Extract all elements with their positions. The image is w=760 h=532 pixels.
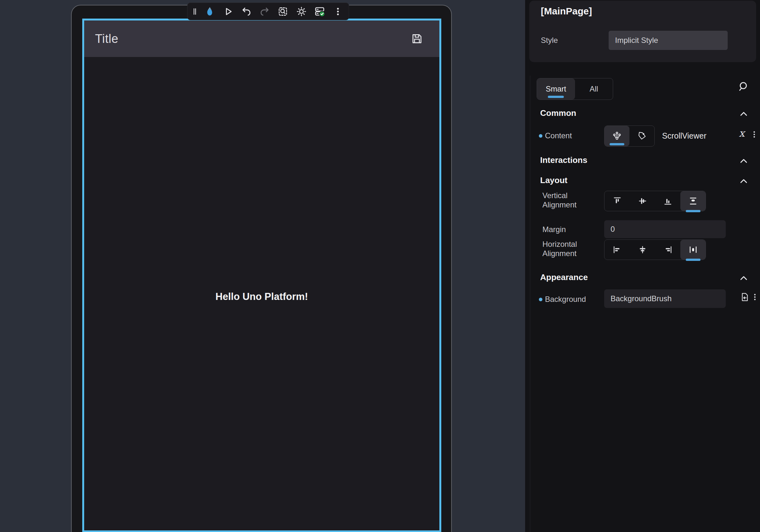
chevron-up-icon [739, 157, 748, 166]
margin-label: Margin [543, 225, 566, 234]
background-value: BackgroundBrush [611, 294, 672, 303]
vertical-alignment-toggle [604, 191, 706, 211]
device-frame: Title Hello Uno Platform! [71, 5, 452, 532]
background-input[interactable]: BackgroundBrush [604, 289, 726, 308]
properties-panel: [MainPage] Style Implicit Style Smart Al… [525, 0, 760, 532]
section-interactions-title: Interactions [540, 155, 587, 165]
selected-element-name: [MainPage] [541, 6, 592, 17]
horizontal-alignment-label: Horizontal Alignment [543, 239, 591, 258]
element-picker-icon[interactable] [276, 5, 289, 18]
play-icon[interactable] [222, 5, 235, 18]
halign-selected-indicator [686, 259, 700, 261]
content-mode-widget-tree[interactable] [604, 126, 630, 146]
halign-stretch-button[interactable] [680, 240, 706, 260]
valign-bottom-button[interactable] [655, 191, 680, 211]
valign-top-button[interactable] [604, 191, 630, 211]
tab-smart-label: Smart [546, 84, 566, 93]
drag-handle-icon[interactable] [192, 5, 198, 18]
xaml-expression-icon[interactable]: x [739, 128, 745, 138]
search-properties-button[interactable] [736, 80, 750, 93]
style-value: Implicit Style [615, 36, 658, 45]
content-mode-toggle [604, 125, 655, 147]
tab-smart[interactable]: Smart [537, 78, 575, 100]
content-mode-tag[interactable] [630, 126, 654, 146]
redo-icon[interactable] [258, 5, 271, 18]
more-options-icon[interactable] [332, 5, 344, 18]
halign-left-button[interactable] [604, 240, 630, 260]
app-title-bar[interactable]: Title [84, 21, 439, 57]
section-interactions-collapse-button[interactable] [739, 157, 748, 166]
save-icon[interactable] [410, 32, 423, 45]
align-right-icon [663, 245, 673, 255]
content-mode-active-indicator [610, 143, 624, 145]
tag-icon [637, 131, 647, 141]
design-canvas: Title Hello Uno Platform! [0, 0, 525, 532]
margin-value: 0 [611, 225, 615, 234]
margin-input[interactable]: 0 [604, 220, 726, 238]
horizontal-alignment-toggle [604, 239, 706, 260]
align-left-icon [612, 245, 622, 255]
background-modified-dot [539, 298, 543, 301]
tab-all[interactable]: All [575, 78, 613, 100]
tab-all-label: All [590, 84, 598, 93]
section-common-collapse-button[interactable] [739, 110, 748, 119]
chevron-up-icon [739, 274, 748, 283]
halign-right-button[interactable] [655, 240, 680, 260]
align-bottom-icon [663, 196, 673, 206]
stretch-horizontal-icon [688, 245, 698, 255]
content-more-menu-icon[interactable] [750, 130, 759, 139]
chevron-up-icon [739, 177, 748, 186]
content-label: Content [545, 131, 572, 140]
app-preview-selected[interactable]: Title Hello Uno Platform! [82, 19, 441, 532]
section-common-title: Common [540, 108, 576, 118]
app-title-text: Title [95, 32, 119, 46]
hot-design-toolbar [187, 3, 349, 20]
valign-stretch-button[interactable] [680, 191, 706, 211]
align-horizontal-center-icon [638, 245, 647, 255]
undo-icon[interactable] [240, 5, 253, 18]
tab-smart-active-indicator [548, 96, 564, 98]
section-appearance-title: Appearance [540, 272, 588, 282]
hello-text[interactable]: Hello Uno Platform! [84, 291, 439, 303]
style-input[interactable]: Implicit Style [609, 31, 728, 50]
property-tabs: Smart All [537, 78, 613, 100]
selected-element-card: [MainPage] Style Implicit Style [529, 1, 756, 62]
widget-tree-icon [612, 131, 622, 141]
panel-divider [530, 75, 530, 532]
valign-center-button[interactable] [630, 191, 655, 211]
halign-center-button[interactable] [630, 240, 655, 260]
align-vertical-center-icon [638, 196, 647, 206]
content-modified-dot [539, 134, 543, 138]
section-appearance-collapse-button[interactable] [739, 274, 748, 283]
theme-toggle-sun-icon[interactable] [295, 5, 308, 18]
section-layout-title: Layout [540, 175, 567, 185]
valign-selected-indicator [686, 210, 700, 212]
background-resource-icon[interactable] [739, 292, 750, 302]
section-layout-collapse-button[interactable] [739, 177, 748, 186]
background-more-menu-icon[interactable] [750, 293, 759, 302]
stretch-vertical-icon [688, 196, 698, 206]
chevron-up-icon [739, 110, 748, 119]
style-label: Style [541, 36, 558, 45]
align-top-icon [612, 196, 622, 206]
devices-connected-icon[interactable] [313, 5, 326, 18]
vertical-alignment-label: Vertical Alignment [543, 191, 591, 209]
hot-design-flame-icon[interactable] [203, 5, 216, 18]
background-label: Background [545, 295, 586, 304]
content-value: ScrollViewer [662, 131, 706, 140]
